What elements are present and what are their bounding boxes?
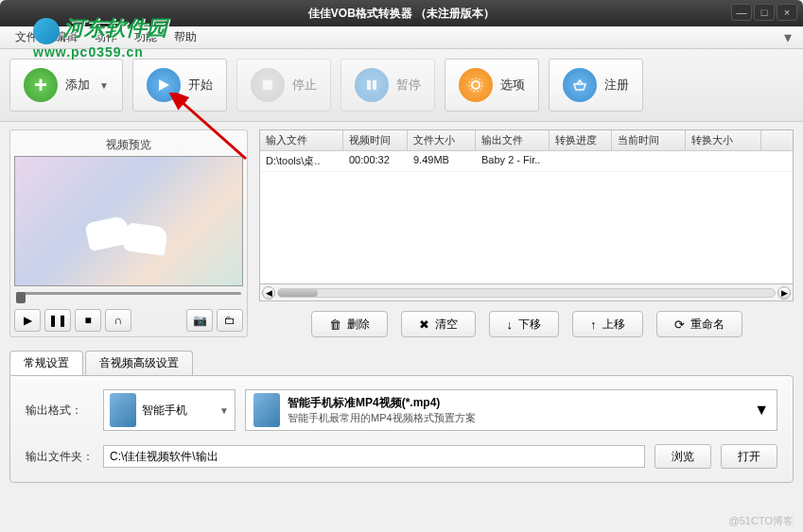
col-size[interactable]: 文件大小 <box>408 130 476 150</box>
maximize-button[interactable]: □ <box>754 4 775 21</box>
col-progress[interactable]: 转换进度 <box>550 130 612 150</box>
preview-video <box>14 156 243 286</box>
delete-button[interactable]: 🗑删除 <box>311 311 388 337</box>
col-curtime[interactable]: 当前时间 <box>612 130 686 150</box>
scroll-left-icon[interactable]: ◀ <box>262 286 275 300</box>
stop-icon <box>251 68 285 102</box>
trash-icon: 🗑 <box>329 317 341 332</box>
menu-overflow-icon[interactable]: ▾ <box>780 30 795 45</box>
play-icon <box>147 68 181 102</box>
stop-button: 停止 <box>236 59 331 112</box>
chevron-down-icon: ▼ <box>219 405 229 416</box>
phone-icon <box>253 393 280 427</box>
close-button[interactable]: × <box>777 4 797 21</box>
plus-icon: + <box>24 68 58 102</box>
menu-action[interactable]: 动作 <box>87 27 125 47</box>
preview-loop-button[interactable]: ∩ <box>105 309 131 332</box>
gear-icon <box>459 68 493 102</box>
toolbar: + 添加 ▼ 开始 停止 暂停 选项 注册 <box>0 49 803 122</box>
format-label: 输出格式： <box>26 403 94 419</box>
folder-label: 输出文件夹： <box>26 449 94 465</box>
browse-button[interactable]: 浏览 <box>655 444 711 469</box>
pause-icon <box>355 68 389 102</box>
menu-help[interactable]: 帮助 <box>166 27 204 47</box>
svg-point-4 <box>472 81 480 89</box>
col-input[interactable]: 输入文件 <box>260 130 343 150</box>
minimize-button[interactable]: — <box>731 4 752 21</box>
menu-edit[interactable]: 编辑 <box>47 27 85 47</box>
table-row[interactable]: D:\tools\桌.. 00:00:32 9.49MB Baby 2 - Fi… <box>260 151 793 172</box>
preview-play-button[interactable]: ▶ <box>14 309 41 332</box>
general-pane: 输出格式： 智能手机 ▼ 智能手机标准MP4视频(*.mp4) 智能手机最常用的… <box>9 375 794 483</box>
table-hscroll[interactable]: ◀ ▶ <box>259 284 794 301</box>
col-output[interactable]: 输出文件 <box>476 130 550 150</box>
move-up-button[interactable]: ↑上移 <box>572 311 643 337</box>
format-preset-select[interactable]: 智能手机标准MP4视频(*.mp4) 智能手机最常用的MP4视频格式预置方案 ▼ <box>245 389 777 431</box>
preview-folder-button[interactable]: 🗀 <box>217 309 243 332</box>
svg-rect-3 <box>373 80 376 90</box>
refresh-icon: ⟳ <box>674 317 685 332</box>
chevron-down-icon: ▼ <box>754 402 769 419</box>
start-button[interactable]: 开始 <box>132 59 227 112</box>
basket-icon <box>563 68 597 102</box>
options-button[interactable]: 选项 <box>445 59 539 112</box>
titlebar: 佳佳VOB格式转换器 （未注册版本） — □ × <box>0 0 803 26</box>
preview-seek-slider[interactable] <box>16 292 241 303</box>
svg-rect-1 <box>263 80 272 90</box>
arrow-up-icon: ↑ <box>590 317 597 332</box>
menubar: 文件 编辑 动作 功能 帮助 ▾ <box>0 26 803 49</box>
format-device-select[interactable]: 智能手机 ▼ <box>103 389 236 431</box>
file-table: 输入文件 视频时间 文件大小 输出文件 转换进度 当前时间 转换大小 D:\to… <box>259 129 794 284</box>
x-icon: ✖ <box>419 317 429 332</box>
add-button[interactable]: + 添加 ▼ <box>9 59 123 112</box>
pause-button: 暂停 <box>340 59 435 112</box>
open-button[interactable]: 打开 <box>721 444 777 469</box>
tab-advanced[interactable]: 音视频高级设置 <box>85 351 193 375</box>
scroll-right-icon[interactable]: ▶ <box>777 286 791 300</box>
chevron-down-icon: ▼ <box>99 80 109 91</box>
footer-watermark: @51CTO博客 <box>729 514 794 528</box>
preview-stop-button[interactable]: ■ <box>75 309 101 332</box>
phone-icon <box>110 393 136 427</box>
preview-pause-button[interactable]: ❚❚ <box>44 309 71 332</box>
rename-button[interactable]: ⟳重命名 <box>656 311 742 337</box>
preview-snapshot-button[interactable]: 📷 <box>186 309 213 332</box>
preview-panel: 视频预览 ▶ ❚❚ ■ ∩ 📷 🗀 <box>9 129 248 337</box>
svg-rect-2 <box>367 80 371 90</box>
col-time[interactable]: 视频时间 <box>343 130 408 150</box>
move-down-button[interactable]: ↓下移 <box>489 311 560 337</box>
preview-title: 视频预览 <box>14 134 243 156</box>
col-convsize[interactable]: 转换大小 <box>686 130 761 150</box>
tab-general[interactable]: 常规设置 <box>9 351 83 375</box>
app-title: 佳佳VOB格式转换器 （未注册版本） <box>308 6 495 22</box>
clear-button[interactable]: ✖清空 <box>401 311 476 337</box>
output-folder-input[interactable] <box>103 445 645 468</box>
menu-file[interactable]: 文件 <box>8 27 45 47</box>
arrow-down-icon: ↓ <box>507 317 514 332</box>
register-button[interactable]: 注册 <box>549 59 643 112</box>
menu-function[interactable]: 功能 <box>127 27 165 47</box>
